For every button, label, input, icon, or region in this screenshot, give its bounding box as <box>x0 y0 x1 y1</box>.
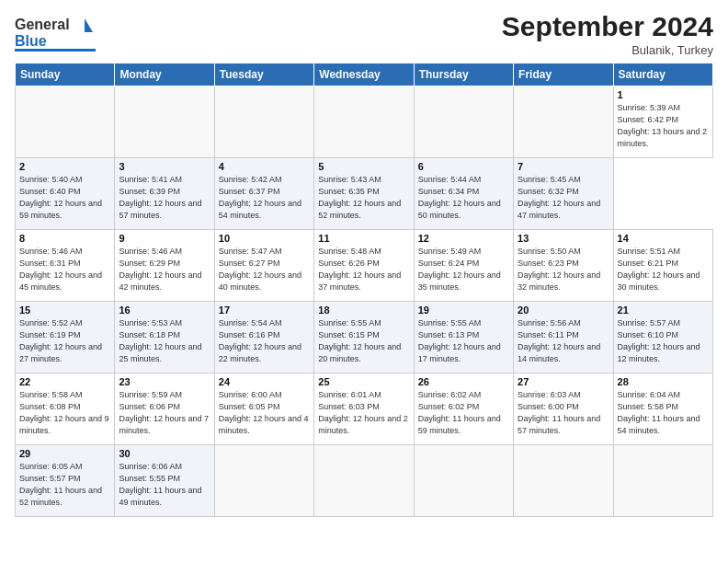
day-info: Sunrise: 5:56 AMSunset: 6:11 PMDaylight:… <box>518 318 600 363</box>
day-number: 28 <box>618 376 709 387</box>
day-number: 22 <box>19 376 110 387</box>
calendar-cell <box>314 86 414 158</box>
header-tuesday: Tuesday <box>214 63 313 86</box>
day-number: 10 <box>219 233 310 244</box>
calendar-cell: 21 Sunrise: 5:57 AMSunset: 6:10 PMDaylig… <box>613 302 712 373</box>
header-friday: Friday <box>514 63 613 86</box>
header-saturday: Saturday <box>613 63 712 86</box>
svg-text:Blue: Blue <box>15 33 47 49</box>
day-info: Sunrise: 5:57 AMSunset: 6:10 PMDaylight:… <box>618 318 700 363</box>
calendar-table: Sunday Monday Tuesday Wednesday Thursday… <box>15 63 713 517</box>
calendar-cell: 23 Sunrise: 5:59 AMSunset: 6:06 PMDaylig… <box>115 373 214 445</box>
day-number: 17 <box>219 304 310 316</box>
day-number: 1 <box>618 89 709 100</box>
day-info: Sunrise: 6:05 AMSunset: 5:57 PMDaylight:… <box>19 462 102 507</box>
logo-svg: General Blue <box>15 11 97 53</box>
day-info: Sunrise: 6:03 AMSunset: 6:00 PMDaylight:… <box>518 390 600 435</box>
calendar-cell: 9 Sunrise: 5:46 AMSunset: 6:29 PMDayligh… <box>115 230 214 302</box>
day-info: Sunrise: 5:40 AMSunset: 6:40 PMDaylight:… <box>19 175 102 220</box>
calendar-cell: 26 Sunrise: 6:02 AMSunset: 6:02 PMDaylig… <box>414 373 513 445</box>
calendar-cell: 24 Sunrise: 6:00 AMSunset: 6:05 PMDaylig… <box>214 373 313 445</box>
day-number: 7 <box>518 161 609 172</box>
day-number: 8 <box>19 233 110 244</box>
day-number: 3 <box>119 161 210 172</box>
day-info: Sunrise: 5:47 AMSunset: 6:27 PMDaylight:… <box>219 247 301 292</box>
day-info: Sunrise: 6:00 AMSunset: 6:05 PMDaylight:… <box>219 390 309 435</box>
calendar-cell: 22 Sunrise: 5:58 AMSunset: 6:08 PMDaylig… <box>16 373 115 445</box>
logo: General Blue <box>15 11 97 53</box>
calendar-cell: 13 Sunrise: 5:50 AMSunset: 6:23 PMDaylig… <box>514 230 613 302</box>
svg-text:General: General <box>15 17 70 32</box>
calendar-cell <box>613 445 712 517</box>
day-number: 18 <box>318 304 409 316</box>
calendar-cell: 19 Sunrise: 5:55 AMSunset: 6:13 PMDaylig… <box>414 302 513 373</box>
day-info: Sunrise: 5:52 AMSunset: 6:19 PMDaylight:… <box>19 318 102 363</box>
day-info: Sunrise: 5:46 AMSunset: 6:31 PMDaylight:… <box>19 247 102 292</box>
day-info: Sunrise: 5:42 AMSunset: 6:37 PMDaylight:… <box>219 175 301 220</box>
day-number: 9 <box>119 233 210 244</box>
calendar-cell: 25 Sunrise: 6:01 AMSunset: 6:03 PMDaylig… <box>314 373 414 445</box>
calendar-cell <box>514 86 613 158</box>
calendar-cell: 20 Sunrise: 5:56 AMSunset: 6:11 PMDaylig… <box>514 302 613 373</box>
day-number: 29 <box>19 448 110 459</box>
day-info: Sunrise: 5:49 AMSunset: 6:24 PMDaylight:… <box>418 247 501 292</box>
calendar-body: 1 Sunrise: 5:39 AMSunset: 6:42 PMDayligh… <box>16 86 713 517</box>
day-info: Sunrise: 6:01 AMSunset: 6:03 PMDaylight:… <box>318 390 408 435</box>
calendar-cell <box>214 86 313 158</box>
day-info: Sunrise: 5:46 AMSunset: 6:29 PMDaylight:… <box>119 247 201 292</box>
day-info: Sunrise: 6:04 AMSunset: 5:58 PMDaylight:… <box>618 390 700 435</box>
header: General Blue September 2024 Bulanik, Tur… <box>15 11 713 57</box>
day-info: Sunrise: 5:51 AMSunset: 6:21 PMDaylight:… <box>618 247 700 292</box>
day-number: 14 <box>618 233 709 244</box>
calendar-cell: 17 Sunrise: 5:54 AMSunset: 6:16 PMDaylig… <box>214 302 313 373</box>
day-number: 27 <box>518 376 609 387</box>
calendar-cell: 5 Sunrise: 5:43 AMSunset: 6:35 PMDayligh… <box>314 158 414 230</box>
month-title: September 2024 <box>502 11 713 41</box>
calendar-cell: 12 Sunrise: 5:49 AMSunset: 6:24 PMDaylig… <box>414 230 513 302</box>
calendar-cell: 7 Sunrise: 5:45 AMSunset: 6:32 PMDayligh… <box>514 158 613 230</box>
day-info: Sunrise: 5:54 AMSunset: 6:16 PMDaylight:… <box>219 318 301 363</box>
calendar-cell <box>214 445 313 517</box>
calendar-cell <box>414 445 513 517</box>
calendar-cell: 14 Sunrise: 5:51 AMSunset: 6:21 PMDaylig… <box>613 230 712 302</box>
calendar-cell <box>414 86 513 158</box>
calendar-cell: 29 Sunrise: 6:05 AMSunset: 5:57 PMDaylig… <box>16 445 115 517</box>
calendar-cell <box>514 445 613 517</box>
day-number: 12 <box>418 233 509 244</box>
calendar-cell: 11 Sunrise: 5:48 AMSunset: 6:26 PMDaylig… <box>314 230 414 302</box>
day-number: 25 <box>318 376 409 387</box>
calendar-cell: 2 Sunrise: 5:40 AMSunset: 6:40 PMDayligh… <box>16 158 115 230</box>
calendar-cell: 30 Sunrise: 6:06 AMSunset: 5:55 PMDaylig… <box>115 445 214 517</box>
day-number: 16 <box>119 304 210 316</box>
calendar-cell: 6 Sunrise: 5:44 AMSunset: 6:34 PMDayligh… <box>414 158 513 230</box>
day-number: 13 <box>518 233 609 244</box>
day-number: 20 <box>518 304 609 316</box>
svg-rect-3 <box>15 49 96 52</box>
calendar-cell: 10 Sunrise: 5:47 AMSunset: 6:27 PMDaylig… <box>214 230 313 302</box>
day-info: Sunrise: 6:06 AMSunset: 5:55 PMDaylight:… <box>119 462 201 507</box>
day-number: 15 <box>19 304 110 316</box>
day-number: 11 <box>318 233 409 244</box>
header-monday: Monday <box>115 63 214 86</box>
day-info: Sunrise: 5:41 AMSunset: 6:39 PMDaylight:… <box>119 175 201 220</box>
day-info: Sunrise: 5:53 AMSunset: 6:18 PMDaylight:… <box>119 318 201 363</box>
day-info: Sunrise: 5:55 AMSunset: 6:13 PMDaylight:… <box>418 318 501 363</box>
day-number: 30 <box>119 448 210 459</box>
day-info: Sunrise: 5:48 AMSunset: 6:26 PMDaylight:… <box>318 247 401 292</box>
day-number: 26 <box>418 376 509 387</box>
day-info: Sunrise: 5:39 AMSunset: 6:42 PMDaylight:… <box>618 103 708 148</box>
day-info: Sunrise: 5:58 AMSunset: 6:08 PMDaylight:… <box>19 390 109 435</box>
calendar-cell: 16 Sunrise: 5:53 AMSunset: 6:18 PMDaylig… <box>115 302 214 373</box>
calendar-cell: 1 Sunrise: 5:39 AMSunset: 6:42 PMDayligh… <box>613 86 712 158</box>
calendar-cell: 18 Sunrise: 5:55 AMSunset: 6:15 PMDaylig… <box>314 302 414 373</box>
day-info: Sunrise: 5:55 AMSunset: 6:15 PMDaylight:… <box>318 318 401 363</box>
location: Bulanik, Turkey <box>502 43 713 57</box>
day-info: Sunrise: 5:44 AMSunset: 6:34 PMDaylight:… <box>418 175 501 220</box>
day-info: Sunrise: 5:50 AMSunset: 6:23 PMDaylight:… <box>518 247 600 292</box>
day-number: 19 <box>418 304 509 316</box>
calendar-cell <box>115 86 214 158</box>
day-number: 4 <box>219 161 310 172</box>
calendar-cell: 28 Sunrise: 6:04 AMSunset: 5:58 PMDaylig… <box>613 373 712 445</box>
day-number: 6 <box>418 161 509 172</box>
day-number: 24 <box>219 376 310 387</box>
